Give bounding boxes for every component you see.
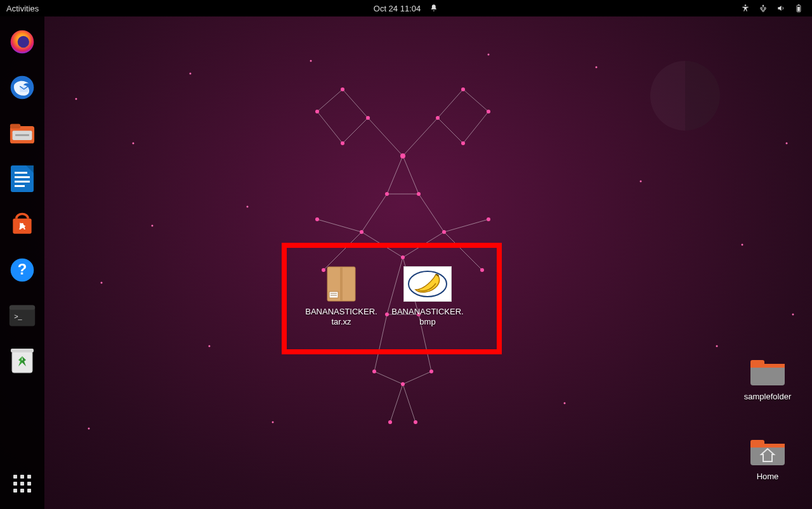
svg-rect-15 [15, 176, 30, 178]
svg-point-39 [786, 143, 788, 145]
svg-point-59 [401, 255, 405, 259]
svg-text:>_: >_ [14, 313, 22, 321]
svg-point-49 [341, 141, 344, 145]
svg-point-63 [480, 268, 484, 272]
wallpaper-art [44, 16, 812, 509]
svg-point-47 [341, 87, 344, 91]
desktop-icon-bananasticker-archive[interactable]: BANANASTICKER. tar.xz [303, 266, 379, 328]
svg-rect-3 [797, 7, 800, 11]
svg-point-45 [792, 314, 794, 316]
folder-icon [749, 356, 787, 388]
dock-trash[interactable] [7, 346, 37, 377]
svg-point-48 [366, 116, 370, 120]
svg-point-40 [716, 345, 718, 347]
dock-terminal[interactable]: >_ [7, 300, 37, 331]
volume-icon[interactable] [776, 4, 785, 13]
svg-point-54 [400, 153, 405, 158]
svg-point-55 [385, 192, 389, 196]
svg-point-43 [152, 225, 154, 227]
desktop-folder-samplefolder[interactable]: samplefolder [736, 356, 799, 401]
svg-text:?: ? [18, 261, 27, 278]
dock-ubuntu-software[interactable]: A [7, 209, 37, 240]
desktop-icon-label: BANANASTICKER. tar.xz [305, 307, 377, 328]
dock-writer[interactable] [7, 164, 37, 194]
dock-files[interactable] [7, 118, 37, 148]
accessibility-icon[interactable] [741, 4, 750, 13]
svg-point-64 [385, 312, 389, 316]
svg-point-50 [487, 110, 490, 113]
home-folder-icon [749, 436, 787, 468]
ubuntu-software-icon: A [8, 210, 36, 238]
svg-point-0 [745, 4, 746, 6]
svg-point-32 [101, 282, 103, 284]
svg-point-27 [650, 61, 720, 131]
svg-rect-14 [15, 172, 27, 174]
desktop-icon-bananasticker-image[interactable]: BANANASTICKER. bmp [390, 266, 466, 328]
files-icon [8, 120, 36, 146]
svg-point-30 [190, 73, 192, 75]
svg-point-34 [88, 428, 90, 430]
svg-point-29 [133, 143, 134, 145]
svg-rect-26 [11, 349, 34, 352]
svg-point-51 [461, 87, 465, 91]
thunderbird-icon [8, 74, 36, 101]
activities-button[interactable]: Activities [0, 4, 39, 13]
svg-point-68 [401, 382, 405, 386]
dock-thunderbird[interactable] [7, 72, 37, 103]
svg-point-61 [487, 217, 490, 221]
desktop[interactable]: BANANASTICKER. tar.xz BANANASTICKER. bmp… [44, 16, 812, 509]
desktop-icon-label: BANANASTICKER. bmp [391, 307, 463, 328]
svg-point-35 [272, 422, 274, 423]
dock-firefox[interactable] [7, 27, 37, 57]
svg-point-69 [388, 420, 392, 424]
svg-point-33 [209, 345, 211, 347]
folder-label: samplefolder [744, 392, 791, 401]
svg-rect-16 [15, 181, 30, 183]
notifications-icon[interactable] [429, 4, 438, 13]
svg-point-52 [436, 116, 440, 120]
power-battery-icon[interactable] [794, 4, 803, 13]
help-icon: ? [8, 256, 36, 284]
svg-rect-79 [750, 364, 785, 368]
svg-point-37 [640, 181, 642, 183]
svg-point-46 [315, 110, 319, 113]
svg-point-44 [310, 60, 312, 62]
svg-rect-73 [329, 292, 338, 298]
svg-rect-23 [10, 306, 35, 310]
svg-rect-11 [15, 134, 29, 136]
svg-point-36 [596, 67, 598, 68]
svg-point-58 [442, 230, 446, 234]
svg-point-60 [315, 217, 319, 221]
libreoffice-writer-icon [10, 164, 35, 193]
svg-point-70 [414, 420, 417, 424]
svg-point-66 [372, 370, 376, 373]
show-applications-button[interactable] [10, 471, 35, 496]
archive-icon [324, 266, 359, 302]
svg-point-56 [417, 192, 421, 196]
svg-text:A: A [19, 221, 26, 231]
terminal-icon: >_ [8, 304, 36, 328]
dock: A ? >_ [0, 16, 44, 509]
firefox-icon [8, 28, 36, 56]
dock-help[interactable]: ? [7, 255, 37, 285]
svg-rect-17 [15, 185, 25, 187]
svg-point-42 [488, 54, 490, 56]
svg-point-57 [360, 230, 363, 234]
svg-point-53 [461, 141, 465, 145]
trash-icon [10, 347, 35, 375]
desktop-folder-home[interactable]: Home [736, 436, 799, 481]
network-icon[interactable] [759, 4, 768, 13]
svg-point-38 [742, 244, 743, 246]
svg-point-31 [247, 206, 249, 208]
top-bar: Activities Oct 24 11:04 [0, 0, 812, 16]
svg-point-67 [429, 370, 433, 373]
svg-point-28 [75, 98, 77, 100]
svg-rect-72 [340, 267, 343, 301]
clock[interactable]: Oct 24 11:04 [374, 4, 421, 13]
svg-rect-82 [750, 444, 785, 448]
svg-rect-2 [798, 4, 799, 5]
image-thumbnail-icon [403, 266, 452, 302]
svg-point-5 [18, 36, 29, 48]
svg-rect-9 [10, 124, 20, 128]
svg-point-41 [564, 403, 566, 404]
